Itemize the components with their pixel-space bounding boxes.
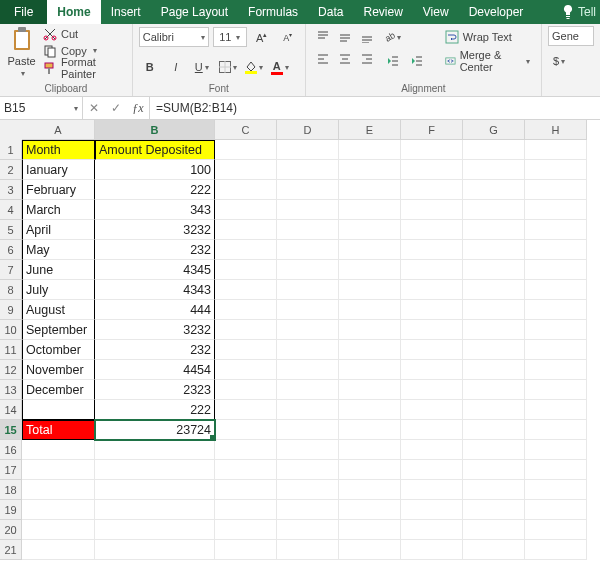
cell-F19[interactable] xyxy=(401,500,463,520)
cell-G5[interactable] xyxy=(463,220,525,240)
align-center-button[interactable] xyxy=(334,48,356,70)
cell-F2[interactable] xyxy=(401,160,463,180)
cell-C15[interactable] xyxy=(215,420,277,440)
cell-A18[interactable] xyxy=(22,480,95,500)
cell-H18[interactable] xyxy=(525,480,587,500)
row-head-10[interactable]: 10 xyxy=(0,320,22,340)
cell-E6[interactable] xyxy=(339,240,401,260)
cell-G7[interactable] xyxy=(463,260,525,280)
merge-center-button[interactable]: Merge & Center ▾ xyxy=(440,50,535,72)
row-head-11[interactable]: 11 xyxy=(0,340,22,360)
font-size-select[interactable]: 11 ▾ xyxy=(213,27,247,47)
cell-F10[interactable] xyxy=(401,320,463,340)
cell-D16[interactable] xyxy=(277,440,339,460)
cell-D12[interactable] xyxy=(277,360,339,380)
cell-A3[interactable]: February xyxy=(22,180,95,200)
cell-E15[interactable] xyxy=(339,420,401,440)
cancel-formula-button[interactable]: ✕ xyxy=(83,101,105,115)
cell-C4[interactable] xyxy=(215,200,277,220)
row-head-21[interactable]: 21 xyxy=(0,540,22,560)
wrap-text-button[interactable]: Wrap Text xyxy=(440,26,535,48)
cell-A2[interactable]: Ianuary xyxy=(22,160,95,180)
enter-formula-button[interactable]: ✓ xyxy=(105,101,127,115)
cell-B17[interactable] xyxy=(95,460,215,480)
cell-C13[interactable] xyxy=(215,380,277,400)
tab-review[interactable]: Review xyxy=(353,0,412,24)
cell-H17[interactable] xyxy=(525,460,587,480)
cell-H5[interactable] xyxy=(525,220,587,240)
cell-B1[interactable]: Amount Deposited xyxy=(95,140,215,160)
cell-A12[interactable]: November xyxy=(22,360,95,380)
cell-E14[interactable] xyxy=(339,400,401,420)
cell-G11[interactable] xyxy=(463,340,525,360)
tab-insert[interactable]: Insert xyxy=(101,0,151,24)
cell-D20[interactable] xyxy=(277,520,339,540)
cell-A17[interactable] xyxy=(22,460,95,480)
cell-E5[interactable] xyxy=(339,220,401,240)
tab-data[interactable]: Data xyxy=(308,0,353,24)
cell-F7[interactable] xyxy=(401,260,463,280)
bold-button[interactable]: B xyxy=(139,56,161,78)
cell-B8[interactable]: 4343 xyxy=(95,280,215,300)
font-name-select[interactable]: Calibri ▾ xyxy=(139,27,209,47)
cell-C8[interactable] xyxy=(215,280,277,300)
col-head-D[interactable]: D xyxy=(277,120,339,140)
cell-B13[interactable]: 2323 xyxy=(95,380,215,400)
cell-E2[interactable] xyxy=(339,160,401,180)
row-head-3[interactable]: 3 xyxy=(0,180,22,200)
cell-A1[interactable]: Month xyxy=(22,140,95,160)
cell-G17[interactable] xyxy=(463,460,525,480)
cell-F8[interactable] xyxy=(401,280,463,300)
cell-D6[interactable] xyxy=(277,240,339,260)
cell-B4[interactable]: 343 xyxy=(95,200,215,220)
cell-D2[interactable] xyxy=(277,160,339,180)
cell-G14[interactable] xyxy=(463,400,525,420)
row-head-8[interactable]: 8 xyxy=(0,280,22,300)
row-head-15[interactable]: 15 xyxy=(0,420,22,440)
row-head-13[interactable]: 13 xyxy=(0,380,22,400)
cell-F16[interactable] xyxy=(401,440,463,460)
cell-D10[interactable] xyxy=(277,320,339,340)
cell-C11[interactable] xyxy=(215,340,277,360)
cell-H1[interactable] xyxy=(525,140,587,160)
align-bottom-button[interactable] xyxy=(356,26,378,48)
cell-C18[interactable] xyxy=(215,480,277,500)
formula-input[interactable]: =SUM(B2:B14) xyxy=(150,97,600,119)
cell-B15[interactable]: 23724 xyxy=(95,420,215,440)
row-head-4[interactable]: 4 xyxy=(0,200,22,220)
cell-D13[interactable] xyxy=(277,380,339,400)
cell-C9[interactable] xyxy=(215,300,277,320)
col-head-C[interactable]: C xyxy=(215,120,277,140)
cell-B16[interactable] xyxy=(95,440,215,460)
cell-H21[interactable] xyxy=(525,540,587,560)
cell-A19[interactable] xyxy=(22,500,95,520)
cell-A4[interactable]: March xyxy=(22,200,95,220)
row-head-20[interactable]: 20 xyxy=(0,520,22,540)
cell-C19[interactable] xyxy=(215,500,277,520)
cell-E21[interactable] xyxy=(339,540,401,560)
cell-G3[interactable] xyxy=(463,180,525,200)
cell-A16[interactable] xyxy=(22,440,95,460)
cell-C17[interactable] xyxy=(215,460,277,480)
cell-E3[interactable] xyxy=(339,180,401,200)
cell-A7[interactable]: June xyxy=(22,260,95,280)
cell-A20[interactable] xyxy=(22,520,95,540)
cell-C2[interactable] xyxy=(215,160,277,180)
cell-G21[interactable] xyxy=(463,540,525,560)
cell-D7[interactable] xyxy=(277,260,339,280)
cell-H3[interactable] xyxy=(525,180,587,200)
cell-C1[interactable] xyxy=(215,140,277,160)
row-head-1[interactable]: 1 xyxy=(0,140,22,160)
cell-B14[interactable]: 222 xyxy=(95,400,215,420)
cell-D4[interactable] xyxy=(277,200,339,220)
cell-A14[interactable] xyxy=(22,400,95,420)
cell-B21[interactable] xyxy=(95,540,215,560)
cell-G19[interactable] xyxy=(463,500,525,520)
tab-home[interactable]: Home xyxy=(47,0,100,24)
increase-font-button[interactable]: A▴ xyxy=(251,26,273,48)
cell-B11[interactable]: 232 xyxy=(95,340,215,360)
cell-F5[interactable] xyxy=(401,220,463,240)
cell-F13[interactable] xyxy=(401,380,463,400)
orientation-button[interactable]: ab ▾ xyxy=(382,26,404,48)
cell-F9[interactable] xyxy=(401,300,463,320)
